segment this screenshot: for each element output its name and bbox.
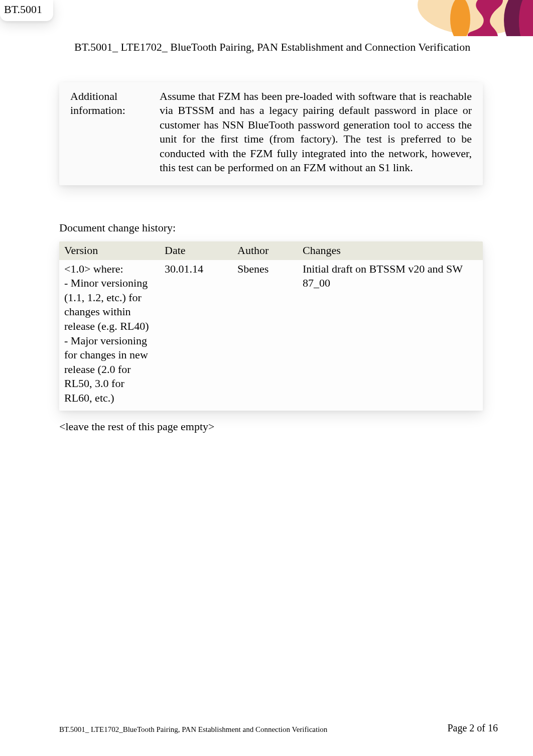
additional-info-label: Additional information: [70, 89, 146, 176]
col-header-author: Author [232, 241, 298, 260]
change-history-table: Version Date Author Changes <1.0> where:… [59, 241, 483, 411]
cell-author: Sbenes [232, 260, 298, 411]
additional-info-text: Assume that FZM has been pre-loaded with… [160, 89, 472, 176]
col-header-changes: Changes [298, 241, 483, 260]
cell-changes: Initial draft on BTSSM v20 and SW 87_00 [298, 260, 483, 411]
footer-page-number: Page 2 of 16 [447, 722, 498, 734]
table-header-row: Version Date Author Changes [59, 241, 483, 260]
page-tab-label: BT.5001 [4, 3, 42, 16]
page-footer: BT.5001_ LTE1702_BlueTooth Pairing, PAN … [59, 722, 498, 734]
svg-point-5 [519, 0, 533, 36]
cell-version: <1.0> where: - Minor versioning (1.1, 1.… [59, 260, 160, 411]
col-header-version: Version [59, 241, 160, 260]
page-content: BT.5001_ LTE1702_ BlueTooth Pairing, PAN… [59, 40, 483, 434]
change-history-box: Version Date Author Changes <1.0> where:… [59, 241, 483, 411]
page-tab: BT.5001 [0, 0, 53, 21]
nsn-logo-svg [403, 0, 533, 36]
svg-point-3 [450, 0, 470, 36]
nsn-logo [403, 0, 533, 36]
table-row: <1.0> where: - Minor versioning (1.1, 1.… [59, 260, 483, 411]
cell-date: 30.01.14 [160, 260, 232, 411]
doc-title-text: BT.5001_ LTE1702_ BlueTooth Pairing, PAN… [74, 41, 470, 53]
change-history-heading: Document change history: [59, 221, 483, 234]
col-header-date: Date [160, 241, 232, 260]
empty-page-note: <leave the rest of this page empty> [59, 420, 483, 434]
additional-info-box: Additional information: Assume that FZM … [59, 82, 483, 186]
doc-title: BT.5001_ LTE1702_ BlueTooth Pairing, PAN… [59, 40, 483, 54]
footer-doc-title: BT.5001_ LTE1702_BlueTooth Pairing, PAN … [59, 725, 327, 734]
